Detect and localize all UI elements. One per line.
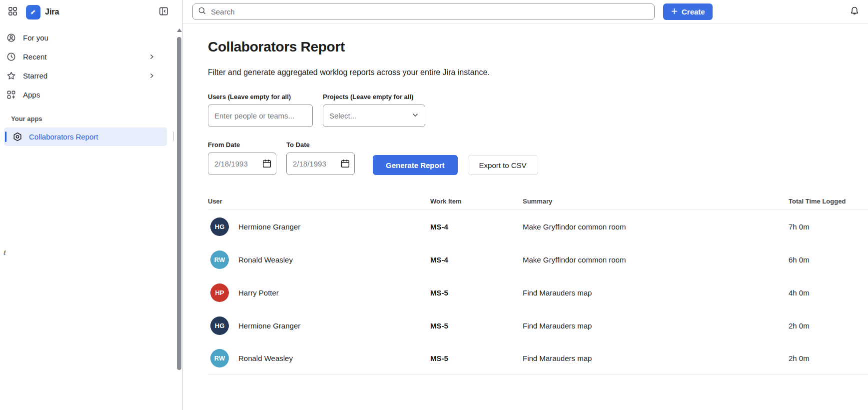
stray-mark: ℓ [3,249,5,256]
users-field: Users (Leave empty for all) [208,93,313,127]
table-header-row: User Work Item Summary Total Time Logged [208,193,868,210]
scrollbar-thumb[interactable] [177,37,181,370]
to-date-field: To Date [286,141,355,175]
chevron-down-icon [412,112,419,120]
sidebar-scrollbar [176,0,183,410]
column-header-total-time: Total Time Logged [789,198,868,205]
to-date-label: To Date [286,141,355,148]
avatar: RW [210,349,229,368]
filters-row-2: From Date [208,141,868,175]
clock-icon [6,52,16,62]
sidebar-item-collaborators-report[interactable]: Collaborators Report [4,128,167,146]
work-item-summary: Make Gryffindor common room [523,222,789,231]
table-row: HG Hermione Granger MS-5 Find Marauders … [208,309,868,342]
brand[interactable]: Jira [26,5,156,20]
user-name: Hermione Granger [238,322,300,330]
work-item-summary: Make Gryffindor common room [523,256,789,264]
sidebar-item-label: Recent [23,52,47,61]
calendar-icon[interactable] [340,158,350,170]
report-table: User Work Item Summary Total Time Logged… [208,193,868,375]
page-description: Filter and generate aggregated worklog r… [208,68,868,77]
notifications-button[interactable] [847,4,862,20]
work-item-summary: Find Marauders map [523,354,789,362]
column-header-user: User [208,198,430,205]
brand-name: Jira [45,8,59,16]
app-switcher-icon [8,6,17,18]
collapse-sidebar-icon [159,6,168,18]
create-button[interactable]: Create [663,4,713,20]
user-cell: HP Harry Potter [208,284,430,302]
projects-select[interactable]: Select... [323,104,425,127]
work-item-key: MS-5 [430,288,523,297]
person-circle-icon [6,32,16,42]
sidebar-item-label: Starred [23,72,47,80]
user-name: Ronald Weasley [238,256,293,264]
avatar: HP [210,284,229,302]
work-item-key: MS-4 [430,222,523,231]
users-field-label: Users (Leave empty for all) [208,93,313,100]
sidebar-item-label: Apps [23,90,40,99]
star-icon [6,70,16,80]
active-indicator-bar [5,132,6,142]
sidebar-item-label: Collaborators Report [29,132,98,141]
scroll-up-arrow-icon[interactable] [177,28,182,32]
from-date-field: From Date [208,141,276,175]
sidebar-item-for-you[interactable]: For you [0,28,176,47]
page-content: Collaborators Report Filter and generate… [183,24,868,410]
app-switcher-button[interactable] [5,4,20,20]
filters: Users (Leave empty for all) Projects (Le… [208,93,868,175]
export-csv-button[interactable]: Export to CSV [468,155,538,175]
sidebar-item-starred[interactable]: Starred [0,66,176,85]
hexagon-app-icon [12,132,22,142]
bell-icon [850,6,860,18]
avatar: RW [210,250,229,269]
chevron-right-icon[interactable] [148,72,155,79]
users-input[interactable] [208,104,313,127]
your-apps-section-label: Your apps [11,115,176,122]
user-name: Hermione Granger [238,222,300,231]
projects-field: Projects (Leave empty for all) Select... [323,93,425,127]
table-row: RW Ronald Weasley MS-5 Find Marauders ma… [208,342,868,375]
user-cell: HG Hermione Granger [208,316,430,335]
user-cell: HG Hermione Granger [208,218,430,236]
avatar: HG [210,316,229,335]
plus-icon [671,8,678,16]
user-cell: RW Ronald Weasley [208,349,430,368]
sidebar-item-apps[interactable]: Apps [0,85,176,104]
main-area: Create Collaborators Report Filter and g… [183,0,868,410]
column-header-work-item: Work Item [430,198,523,205]
resize-handle[interactable] [171,131,174,142]
from-date-label: From Date [208,141,276,148]
work-item-key: MS-4 [430,256,523,264]
generate-report-button[interactable]: Generate Report [373,155,458,175]
apps-grid-icon [6,90,16,100]
user-name: Harry Potter [238,288,279,297]
sidebar-item-recent[interactable]: Recent [0,47,176,66]
search-icon [198,6,206,17]
total-time-logged: 2h 0m [789,322,868,330]
table-row: RW Ronald Weasley MS-4 Make Gryffindor c… [208,243,868,276]
table-row: HG Hermione Granger MS-4 Make Gryffindor… [208,210,868,243]
collapse-sidebar-button[interactable] [156,4,171,20]
search-box[interactable] [192,4,655,20]
sidebar-item-label: For you [23,34,48,42]
user-name: Ronald Weasley [238,354,293,362]
avatar: HG [210,218,229,236]
work-item-summary: Find Marauders map [523,288,789,297]
total-time-logged: 4h 0m [789,288,868,297]
jira-logo-icon [26,5,40,20]
total-time-logged: 6h 0m [789,256,868,264]
create-button-label: Create [682,8,705,16]
total-time-logged: 7h 0m [789,222,868,231]
filters-row-1: Users (Leave empty for all) Projects (Le… [208,93,868,127]
work-item-summary: Find Marauders map [523,322,789,330]
chevron-right-icon[interactable] [148,54,155,60]
projects-select-value: Select... [329,112,356,120]
table-body: HG Hermione Granger MS-4 Make Gryffindor… [208,210,868,375]
search-input[interactable] [211,8,649,16]
work-item-key: MS-5 [430,322,523,330]
user-cell: RW Ronald Weasley [208,250,430,269]
sidebar: Jira [0,0,176,410]
calendar-icon[interactable] [262,158,272,170]
jira-window: Jira [0,0,868,410]
